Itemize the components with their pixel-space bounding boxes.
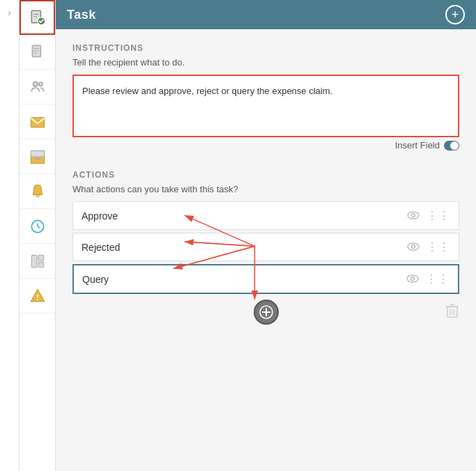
sidebar-item-document[interactable] (20, 35, 55, 70)
svg-rect-19 (38, 262, 44, 268)
action-rejected-eye-icon[interactable] (407, 241, 420, 254)
action-rejected-label: Rejected (82, 242, 120, 253)
svg-line-16 (38, 226, 40, 228)
sidebar-item-panel[interactable] (20, 244, 55, 279)
svg-rect-12 (31, 150, 45, 157)
sidebar-item-users[interactable] (20, 70, 55, 105)
sidebar-item-clock[interactable] (20, 209, 55, 244)
svg-point-25 (412, 245, 415, 248)
sidebar-item-bell[interactable] (20, 174, 55, 209)
actions-wrapper: Approve ⋮⋮ Rejected (72, 201, 459, 325)
svg-point-8 (33, 82, 38, 86)
header-add-button[interactable]: + (445, 5, 465, 24)
bottom-actions (72, 300, 459, 325)
action-approve-eye-icon[interactable] (407, 210, 420, 222)
svg-point-21 (37, 299, 38, 300)
sidebar-item-inbox[interactable] (20, 139, 55, 174)
svg-rect-10 (31, 117, 45, 127)
action-query-label: Query (82, 274, 109, 285)
svg-point-23 (412, 213, 415, 217)
main-area: Task + INSTRUCTIONS Tell the recipient w… (56, 0, 476, 471)
sidebar-toggle[interactable]: › (0, 0, 20, 471)
instructions-text[interactable]: Please review and approve, reject or que… (72, 75, 459, 137)
insert-field-label: Insert Field (395, 140, 440, 150)
action-query-eye-icon[interactable] (406, 273, 419, 286)
instructions-label: INSTRUCTIONS (72, 43, 459, 53)
action-rejected-drag-icon[interactable]: ⋮⋮ (427, 240, 450, 254)
svg-rect-18 (38, 255, 44, 261)
action-approve-drag-icon[interactable]: ⋮⋮ (427, 209, 450, 222)
instructions-description: Tell the recipient what to do. (72, 57, 459, 68)
svg-point-22 (408, 212, 419, 219)
svg-rect-17 (31, 255, 37, 267)
chevron-right-icon: › (8, 7, 11, 18)
sidebar-item-mail[interactable] (20, 105, 55, 139)
page-title: Task (67, 8, 96, 22)
action-approve-label: Approve (82, 210, 118, 222)
action-query-drag-icon[interactable]: ⋮⋮ (426, 272, 450, 286)
instructions-section: INSTRUCTIONS Tell the recipient what to … (72, 43, 459, 150)
svg-point-9 (38, 82, 42, 85)
insert-field-toggle-icon[interactable] (444, 141, 459, 150)
svg-point-24 (408, 243, 419, 250)
actions-label: ACTIONS (72, 170, 459, 180)
sidebar-item-warning[interactable] (20, 279, 55, 314)
action-row-approve[interactable]: Approve ⋮⋮ (72, 201, 459, 230)
add-action-button[interactable] (254, 300, 279, 325)
actions-description: What actions can you take with this task… (72, 184, 459, 194)
content-area: INSTRUCTIONS Tell the recipient what to … (56, 29, 476, 471)
action-row-query[interactable]: Query ⋮⋮ (72, 264, 459, 294)
actions-section: ACTIONS What actions can you take with t… (72, 170, 459, 325)
action-row-rejected[interactable]: Rejected ⋮⋮ (72, 233, 459, 261)
sidebar-item-task[interactable] (20, 0, 55, 35)
insert-field-row: Insert Field (72, 140, 459, 150)
top-header: Task + (56, 0, 476, 29)
svg-point-27 (411, 277, 415, 280)
svg-point-26 (407, 275, 418, 282)
delete-action-button[interactable] (445, 303, 459, 322)
icon-sidebar (20, 0, 56, 471)
